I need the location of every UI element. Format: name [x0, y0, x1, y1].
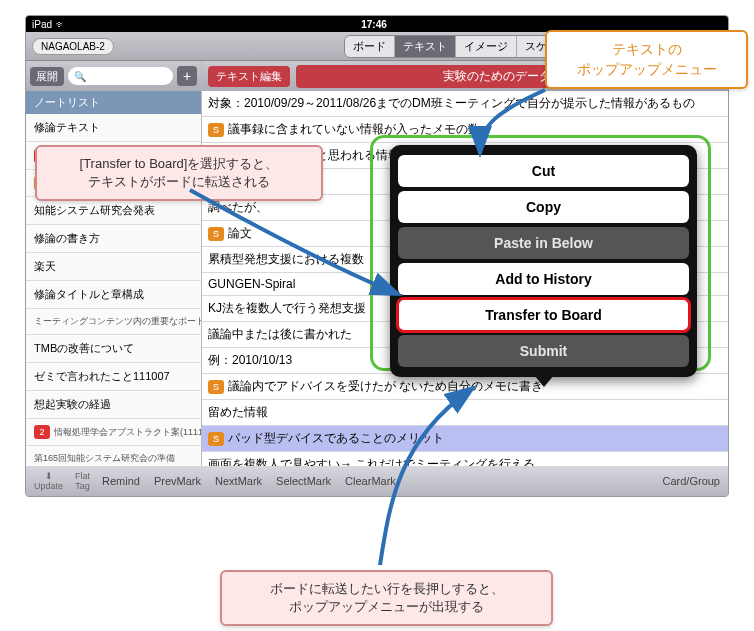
text-line-label: 留めた情報	[208, 404, 268, 421]
text-line-label: 例：2010/10/13	[208, 352, 292, 369]
list-item-label: 情報処理学会アブストラクト案(111109)	[54, 426, 201, 439]
list-item-label: TMBの改善について	[34, 341, 134, 356]
update-arrow-icon: ⬇	[45, 471, 53, 481]
seg-ボード[interactable]: ボード	[345, 36, 395, 57]
remind-button[interactable]: Remind	[102, 475, 140, 487]
text-line[interactable]: 対象：2010/09/29～2011/08/26までのDM班ミーティングで自分が…	[202, 91, 728, 117]
list-item-label: 楽天	[34, 259, 56, 274]
nextmark-button[interactable]: NextMark	[215, 475, 262, 487]
list-item[interactable]: 想起実験の経過	[26, 391, 201, 419]
bottom-toolbar: ⬇ Update Flat Tag RemindPrevMarkNextMark…	[26, 466, 728, 496]
popup-item-add-to-history[interactable]: Add to History	[398, 263, 689, 295]
list-item-label: 想起実験の経過	[34, 397, 111, 412]
popup-item-copy[interactable]: Copy	[398, 191, 689, 223]
flat-button[interactable]: Flat	[75, 471, 90, 481]
list-item[interactable]: TMBの改善について	[26, 335, 201, 363]
callout-longpress: ボードに転送したい行を長押しすると、 ポップアップメニューが出現する	[220, 570, 553, 626]
list-item[interactable]: 修論タイトルと章構成	[26, 281, 201, 309]
text-line-label: 累積型発想支援における複数	[208, 251, 364, 268]
text-popup-menu: CutCopyPaste in BelowAdd to HistoryTrans…	[390, 145, 697, 377]
seg-テキスト[interactable]: テキスト	[395, 36, 456, 57]
badge: S	[208, 380, 224, 394]
list-item-label: 第165回知能システム研究会の準備	[34, 452, 175, 465]
text-line[interactable]: S議論内でアドバイスを受けたが ないため自分のメモに書き	[202, 374, 728, 400]
callout-transfer: [Transfer to Board]を選択すると、 テキストがボードに転送され…	[35, 145, 323, 201]
device-label: iPad	[32, 19, 52, 30]
badge: S	[208, 123, 224, 137]
list-item-label: 知能システム研究会発表	[34, 203, 155, 218]
prevmark-button[interactable]: PrevMark	[154, 475, 201, 487]
wifi-icon: ᯤ	[56, 19, 66, 30]
clock: 17:46	[66, 19, 682, 30]
list-item-label: 修論タイトルと章構成	[34, 287, 144, 302]
list-item[interactable]: ミーティングコンテンツ内の重要なボード要素	[26, 309, 201, 335]
breadcrumb[interactable]: NAGAOLAB-2	[32, 38, 114, 55]
seg-イメージ[interactable]: イメージ	[456, 36, 517, 57]
list-item-label: ゼミで言われたこと111007	[34, 369, 170, 384]
search-icon: 🔍	[74, 71, 86, 82]
text-line-label: 議論中または後に書かれた	[208, 326, 352, 343]
update-button[interactable]: Update	[34, 481, 63, 491]
text-line[interactable]: Sパッド型デバイスであることのメリット	[202, 426, 728, 452]
popup-item-cut[interactable]: Cut	[398, 155, 689, 187]
clearmark-button[interactable]: ClearMark	[345, 475, 396, 487]
expand-button[interactable]: 展開	[30, 67, 64, 86]
popup-item-submit: Submit	[398, 335, 689, 367]
text-line-label: KJ法を複数人で行う発想支援	[208, 300, 366, 317]
list-item[interactable]: 知能システム研究会発表	[26, 197, 201, 225]
text-line-label: パッド型デバイスであることのメリット	[228, 430, 444, 447]
tag-button[interactable]: Tag	[75, 481, 90, 491]
text-line-label: 議事録に含まれていない情報が入ったメモの数	[228, 121, 480, 138]
list-item[interactable]: 第165回知能システム研究会の準備	[26, 446, 201, 467]
badge: 2	[34, 425, 50, 439]
list-item-label: ミーティングコンテンツ内の重要なボード要素	[34, 315, 201, 328]
text-line[interactable]: 留めた情報	[202, 400, 728, 426]
text-line-label: GUNGEN-Spiral	[208, 277, 295, 291]
list-item[interactable]: ゼミで言われたこと111007	[26, 363, 201, 391]
text-line[interactable]: S議事録に含まれていない情報が入ったメモの数	[202, 117, 728, 143]
text-line-label: 対象：2010/09/29～2011/08/26までのDM班ミーティングで自分が…	[208, 95, 695, 112]
popup-item-paste-in-below: Paste in Below	[398, 227, 689, 259]
badge: S	[208, 432, 224, 446]
list-item[interactable]: 楽天	[26, 253, 201, 281]
list-item-label: 修論テキスト	[34, 120, 100, 135]
sidebar: 展開 🔍 + ノートリスト 修論テキスト5DM班メモ4SiSticky修論Tod…	[26, 61, 202, 467]
list-item-label: 修論の書き方	[34, 231, 100, 246]
selectmark-button[interactable]: SelectMark	[276, 475, 331, 487]
search-input[interactable]: 🔍	[68, 67, 173, 85]
text-line-label: 調べたが、	[208, 199, 268, 216]
popup-item-transfer-to-board[interactable]: Transfer to Board	[398, 299, 689, 331]
list-item[interactable]: 2情報処理学会アブストラクト案(111109)	[26, 419, 201, 446]
sidebar-heading: ノートリスト	[26, 91, 201, 114]
badge: S	[208, 227, 224, 241]
text-line-label: 議論内でアドバイスを受けたが ないため自分のメモに書き	[228, 378, 543, 395]
text-line-label: 論文	[228, 225, 252, 242]
card-group-button[interactable]: Card/Group	[663, 475, 720, 487]
add-button[interactable]: +	[177, 66, 197, 86]
callout-orange: テキストの ポップアップメニュー	[545, 30, 748, 89]
text-line[interactable]: 画面を複数人で見やすい→ これだけでミーティングを行える	[202, 452, 728, 467]
list-item[interactable]: 修論の書き方	[26, 225, 201, 253]
edit-button[interactable]: テキスト編集	[208, 66, 290, 87]
list-item[interactable]: 修論テキスト	[26, 114, 201, 142]
